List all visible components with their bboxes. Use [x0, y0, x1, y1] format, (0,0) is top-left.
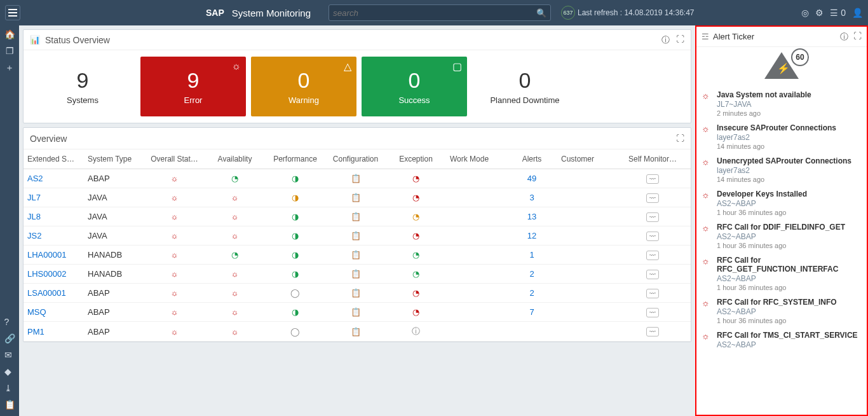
- expand-icon[interactable]: ⛶: [676, 134, 684, 143]
- alert-item[interactable]: ☼ Unencrypted SAProuter Connections laye…: [699, 154, 864, 187]
- refresh-info: 637 Last refresh : 14.08.2019 14:36:47: [561, 6, 694, 20]
- link-icon[interactable]: 🔗: [4, 333, 15, 343]
- selfmon-button[interactable]: 〰: [646, 193, 659, 203]
- alert-red-icon: ☼: [702, 223, 712, 249]
- target-icon[interactable]: ◎: [801, 8, 809, 18]
- alerts-list: ☼ Java System not available JL7~JAVA 2 m…: [696, 88, 867, 353]
- leftbar: 🏠 ❐ ＋ ? 🔗 ✉ ◆ ⤓ 📋: [0, 25, 19, 416]
- sid-link[interactable]: JS2: [24, 226, 84, 246]
- conf-red-icon: 📋: [351, 269, 361, 279]
- alerts-link[interactable]: 1: [506, 246, 557, 265]
- alert-item[interactable]: ☼ Insecure SAProuter Connections layer7a…: [699, 121, 864, 154]
- search-icon[interactable]: 🔍: [536, 8, 546, 18]
- alert-item[interactable]: ☼ RFC Call for DDIF_FIELDINFO_GET AS2~AB…: [699, 220, 864, 253]
- selfmon-button[interactable]: 〰: [646, 289, 659, 298]
- conf-red-icon: 📋: [351, 212, 361, 221]
- mail-icon[interactable]: ✉: [4, 350, 15, 360]
- alert-title: RFC Call for TMS_CI_START_SERVICE: [717, 331, 858, 340]
- col-header[interactable]: Self Monitor…: [614, 149, 691, 169]
- col-header[interactable]: Exception: [386, 149, 446, 169]
- refresh-badge[interactable]: 637: [561, 6, 575, 20]
- info-icon[interactable]: ⓘ: [840, 31, 848, 43]
- download-icon[interactable]: ⤓: [4, 383, 15, 393]
- exc-grey-icon: ⓘ: [412, 326, 420, 336]
- selfmon-button[interactable]: 〰: [646, 308, 659, 317]
- expand-icon[interactable]: ⛶: [853, 31, 862, 43]
- alert-red-icon: ☼: [702, 190, 712, 216]
- brand-logo: SAP: [203, 7, 227, 18]
- col-header[interactable]: Performance: [265, 149, 325, 169]
- sid-link[interactable]: AS2: [24, 169, 84, 188]
- sid-link[interactable]: LHA00001: [24, 246, 84, 265]
- home-icon[interactable]: 🏠: [4, 29, 15, 39]
- card-error[interactable]: ☼ 9 Error: [140, 57, 246, 116]
- table-row: JS2JAVA☼☼◑📋◔12〰: [24, 226, 691, 246]
- menu-button[interactable]: [5, 5, 20, 20]
- alerts-link[interactable]: [506, 322, 557, 342]
- card-systems[interactable]: 9 Systems: [30, 57, 135, 116]
- alert-item[interactable]: ☼ Java System not available JL7~JAVA 2 m…: [699, 88, 864, 121]
- expand-icon[interactable]: ⛶: [676, 34, 684, 46]
- alert-title: RFC Call for RFC_GET_FUNCTION_INTERFAC: [717, 256, 862, 274]
- col-header[interactable]: Alerts: [506, 149, 557, 169]
- selfmon-button[interactable]: 〰: [646, 270, 659, 279]
- alert-item[interactable]: ☼ RFC Call for TMS_CI_START_SERVICE AS2~…: [699, 328, 864, 353]
- alert-time: 1 hour 36 minutes ago: [717, 317, 837, 324]
- status-red-icon: ☼: [171, 174, 179, 183]
- sid-link[interactable]: PM1: [24, 322, 84, 342]
- tag-icon[interactable]: ◆: [4, 366, 15, 377]
- search-input[interactable]: [333, 8, 536, 18]
- col-header[interactable]: Configuration: [325, 149, 386, 169]
- alert-item[interactable]: ☼ RFC Call for RFC_GET_FUNCTION_INTERFAC…: [699, 253, 864, 295]
- topbar: SAP System Monitoring 🔍 637 Last refresh…: [0, 0, 868, 25]
- apps-icon[interactable]: ❐: [6, 46, 14, 56]
- clipboard-icon[interactable]: 📋: [4, 399, 15, 410]
- col-header[interactable]: System Type: [84, 149, 144, 169]
- selfmon-button[interactable]: 〰: [646, 327, 659, 336]
- col-header[interactable]: Customer: [557, 149, 614, 169]
- sid-link[interactable]: LHS00002: [24, 265, 84, 284]
- exc-red-icon: ◔: [412, 288, 419, 298]
- alerts-link[interactable]: 12: [506, 226, 557, 246]
- alerts-link[interactable]: 2: [506, 284, 557, 303]
- alerts-link[interactable]: 2: [506, 265, 557, 284]
- sid-link[interactable]: JL8: [24, 207, 84, 226]
- alert-item[interactable]: ☼ RFC Call for RFC_SYSTEM_INFO AS2~ABAP …: [699, 295, 864, 328]
- help-icon[interactable]: ?: [4, 317, 15, 327]
- selfmon-button[interactable]: 〰: [646, 174, 659, 184]
- info-icon[interactable]: ⓘ: [661, 34, 670, 46]
- col-header[interactable]: Extended S…: [24, 149, 84, 169]
- sid-link[interactable]: MSQ: [24, 303, 84, 322]
- card-success[interactable]: ▢ 0 Success: [362, 57, 467, 116]
- selfmon-button[interactable]: 〰: [646, 212, 659, 222]
- selfmon-button[interactable]: 〰: [646, 251, 659, 260]
- search-box[interactable]: 🔍: [329, 4, 551, 21]
- conf-grey-icon: 📋: [351, 327, 361, 336]
- sid-link[interactable]: LSA00001: [24, 284, 84, 303]
- alert-red-icon: ☼: [702, 298, 712, 324]
- add-icon[interactable]: ＋: [5, 62, 14, 74]
- card-downtime[interactable]: 0 Planned Downtime: [472, 57, 578, 116]
- conf-red-icon: 📋: [351, 174, 361, 183]
- notif-icon[interactable]: ☰ 0: [830, 8, 846, 18]
- alerts-link[interactable]: 13: [506, 207, 557, 226]
- settings-icon[interactable]: ⚙: [815, 8, 824, 18]
- alerts-link[interactable]: 49: [506, 169, 557, 188]
- conf-red-icon: 📋: [351, 193, 361, 202]
- alerts-link[interactable]: 7: [506, 303, 557, 322]
- col-header[interactable]: Overall Stat…: [144, 149, 205, 169]
- card-warning[interactable]: △ 0 Warning: [251, 57, 356, 116]
- perf-green-icon: ◑: [292, 174, 299, 183]
- alert-item[interactable]: ☼ Developer Keys Installed AS2~ABAP 1 ho…: [699, 187, 864, 220]
- col-header[interactable]: Work Mode: [446, 149, 506, 169]
- alerts-link[interactable]: 3: [506, 188, 557, 207]
- error-corner-icon: ☼: [231, 60, 241, 72]
- col-header[interactable]: Availablity: [205, 149, 265, 169]
- alert-ticker-panel: ☲ Alert Ticker ⓘ ⛶ ⚡ 60 ☼ Java System no…: [695, 25, 868, 416]
- status-red-icon: ☼: [171, 269, 179, 279]
- status-green-icon: ◔: [231, 250, 238, 260]
- user-icon[interactable]: 👤: [852, 8, 863, 18]
- sid-link[interactable]: JL7: [24, 188, 84, 207]
- selfmon-button[interactable]: 〰: [646, 232, 659, 241]
- table-row: LHA00001HANADB☼◔◑📋◔1〰: [24, 246, 691, 265]
